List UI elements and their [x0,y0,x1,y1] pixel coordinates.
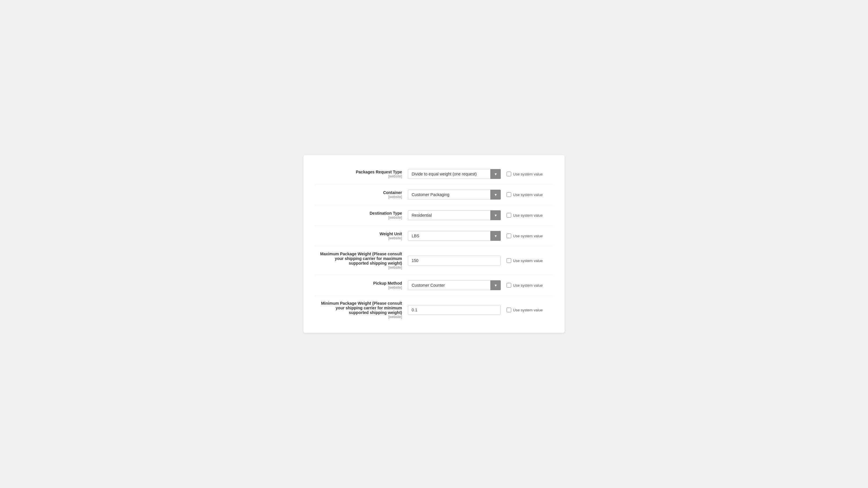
control-col-maximum-package-weight [408,256,501,265]
field-label-destination-type: Destination Type [315,211,402,216]
use-system-value-text-container: Use system value [513,193,543,197]
label-col-maximum-package-weight: Maximum Package Weight (Please consult y… [315,252,408,269]
field-label-packages-request-type: Packages Request Type [315,170,402,174]
select-container[interactable]: Customer PackagingFedEx BoxFedEx Pak [408,190,501,200]
select-weight-unit[interactable]: LBSKGS [408,231,501,241]
label-col-minimum-package-weight: Minimum Package Weight (Please consult y… [315,301,408,319]
use-system-value-checkbox-destination-type[interactable] [506,213,511,218]
select-wrapper-weight-unit: LBSKGS [408,231,501,241]
select-wrapper-packages-request-type: Divide to equal weight (one request)Use … [408,169,501,179]
action-col-maximum-package-weight: Use system value [501,258,553,263]
select-destination-type[interactable]: ResidentialBusiness [408,210,501,220]
select-wrapper-pickup-method: Customer CounterRegular PickupRequest Co… [408,280,501,290]
control-col-packages-request-type: Divide to equal weight (one request)Use … [408,169,501,179]
use-system-value-text-maximum-package-weight: Use system value [513,259,543,263]
label-col-destination-type: Destination Type[website] [315,211,408,220]
use-system-value-checkbox-packages-request-type[interactable] [506,172,511,176]
form-row-container: Container[website]Customer PackagingFedE… [315,184,553,205]
input-minimum-package-weight[interactable] [408,305,501,315]
action-col-weight-unit: Use system value [501,233,553,238]
use-system-value-label-destination-type[interactable]: Use system value [506,213,543,218]
use-system-value-label-pickup-method[interactable]: Use system value [506,283,543,288]
control-col-minimum-package-weight [408,305,501,315]
field-label-minimum-package-weight: Minimum Package Weight (Please consult y… [315,301,402,315]
control-col-weight-unit: LBSKGS [408,231,501,241]
action-col-minimum-package-weight: Use system value [501,308,553,312]
use-system-value-text-weight-unit: Use system value [513,234,543,238]
form-row-maximum-package-weight: Maximum Package Weight (Please consult y… [315,246,553,275]
use-system-value-checkbox-weight-unit[interactable] [506,233,511,238]
form-row-pickup-method: Pickup Method[website]Customer CounterRe… [315,275,553,296]
form-row-minimum-package-weight: Minimum Package Weight (Please consult y… [315,296,553,324]
use-system-value-checkbox-maximum-package-weight[interactable] [506,258,511,263]
use-system-value-text-packages-request-type: Use system value [513,172,543,176]
label-col-container: Container[website] [315,190,408,199]
select-wrapper-destination-type: ResidentialBusiness [408,210,501,220]
use-system-value-text-destination-type: Use system value [513,213,543,218]
select-pickup-method[interactable]: Customer CounterRegular PickupRequest Co… [408,280,501,290]
label-col-pickup-method: Pickup Method[website] [315,281,408,290]
action-col-destination-type: Use system value [501,213,553,218]
use-system-value-checkbox-container[interactable] [506,192,511,197]
use-system-value-label-packages-request-type[interactable]: Use system value [506,172,543,176]
use-system-value-checkbox-pickup-method[interactable] [506,283,511,288]
field-label-pickup-method: Pickup Method [315,281,402,286]
form-row-destination-type: Destination Type[website]ResidentialBusi… [315,205,553,226]
field-scope-maximum-package-weight: [website] [315,265,402,269]
control-col-destination-type: ResidentialBusiness [408,210,501,220]
control-col-pickup-method: Customer CounterRegular PickupRequest Co… [408,280,501,290]
use-system-value-text-pickup-method: Use system value [513,283,543,288]
form-row-packages-request-type: Packages Request Type[website]Divide to … [315,164,553,184]
field-label-maximum-package-weight: Maximum Package Weight (Please consult y… [315,252,402,265]
action-col-packages-request-type: Use system value [501,172,553,176]
form-row-weight-unit: Weight Unit[website]LBSKGSUse system val… [315,226,553,246]
action-col-container: Use system value [501,192,553,197]
use-system-value-label-weight-unit[interactable]: Use system value [506,233,543,238]
field-scope-weight-unit: [website] [315,236,402,240]
settings-card: Packages Request Type[website]Divide to … [303,155,565,333]
use-system-value-text-minimum-package-weight: Use system value [513,308,543,312]
control-col-container: Customer PackagingFedEx BoxFedEx Pak [408,190,501,200]
field-scope-destination-type: [website] [315,216,402,220]
select-packages-request-type[interactable]: Divide to equal weight (one request)Use … [408,169,501,179]
field-scope-pickup-method: [website] [315,286,402,290]
field-scope-packages-request-type: [website] [315,174,402,178]
field-label-weight-unit: Weight Unit [315,231,402,236]
field-scope-container: [website] [315,195,402,199]
label-col-weight-unit: Weight Unit[website] [315,231,408,240]
use-system-value-label-container[interactable]: Use system value [506,192,543,197]
use-system-value-label-minimum-package-weight[interactable]: Use system value [506,308,543,312]
use-system-value-checkbox-minimum-package-weight[interactable] [506,308,511,312]
select-wrapper-container: Customer PackagingFedEx BoxFedEx Pak [408,190,501,200]
use-system-value-label-maximum-package-weight[interactable]: Use system value [506,258,543,263]
field-label-container: Container [315,190,402,195]
label-col-packages-request-type: Packages Request Type[website] [315,170,408,178]
input-maximum-package-weight[interactable] [408,256,501,265]
field-scope-minimum-package-weight: [website] [315,315,402,319]
action-col-pickup-method: Use system value [501,283,553,288]
